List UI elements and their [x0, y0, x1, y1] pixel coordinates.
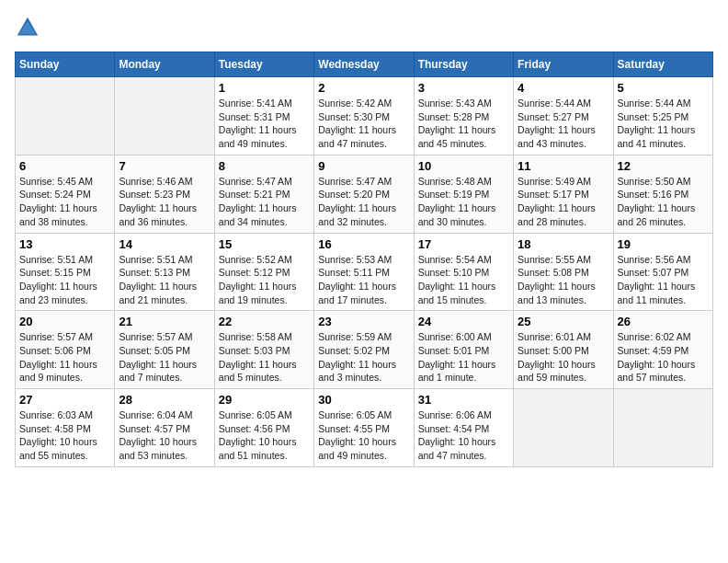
calendar-cell: 3Sunrise: 5:43 AM Sunset: 5:28 PM Daylig… [414, 77, 513, 155]
day-info: Sunrise: 5:49 AM Sunset: 5:17 PM Dayligh… [518, 175, 609, 229]
page-header [15, 15, 713, 40]
calendar-cell: 26Sunrise: 6:02 AM Sunset: 4:59 PM Dayli… [613, 311, 712, 389]
day-info: Sunrise: 6:06 AM Sunset: 4:54 PM Dayligh… [418, 408, 509, 463]
day-number: 31 [418, 393, 509, 407]
calendar-week-row: 6Sunrise: 5:45 AM Sunset: 5:24 PM Daylig… [16, 155, 713, 233]
day-number: 25 [518, 315, 609, 328]
day-number: 26 [618, 315, 709, 328]
calendar-week-row: 20Sunrise: 5:57 AM Sunset: 5:06 PM Dayli… [16, 311, 713, 389]
logo-icon [15, 15, 40, 40]
calendar-cell [613, 389, 712, 467]
day-info: Sunrise: 6:03 AM Sunset: 4:58 PM Dayligh… [19, 408, 110, 463]
day-number: 29 [219, 393, 310, 407]
day-info: Sunrise: 5:52 AM Sunset: 5:12 PM Dayligh… [219, 253, 310, 307]
day-info: Sunrise: 5:51 AM Sunset: 5:13 PM Dayligh… [119, 253, 210, 307]
calendar-cell: 16Sunrise: 5:53 AM Sunset: 5:11 PM Dayli… [314, 233, 414, 311]
day-info: Sunrise: 5:42 AM Sunset: 5:30 PM Dayligh… [318, 97, 409, 151]
day-number: 1 [219, 81, 310, 95]
day-number: 18 [518, 237, 609, 251]
day-info: Sunrise: 5:50 AM Sunset: 5:16 PM Dayligh… [618, 175, 709, 229]
day-info: Sunrise: 5:44 AM Sunset: 5:25 PM Dayligh… [618, 97, 709, 151]
day-number: 23 [318, 315, 409, 328]
day-info: Sunrise: 6:05 AM Sunset: 4:55 PM Dayligh… [318, 408, 409, 463]
calendar-cell: 23Sunrise: 5:59 AM Sunset: 5:02 PM Dayli… [314, 311, 414, 389]
day-number: 22 [219, 315, 310, 328]
day-info: Sunrise: 5:45 AM Sunset: 5:24 PM Dayligh… [19, 175, 110, 229]
day-info: Sunrise: 5:46 AM Sunset: 5:23 PM Dayligh… [119, 175, 210, 229]
calendar-cell: 31Sunrise: 6:06 AM Sunset: 4:54 PM Dayli… [414, 389, 513, 467]
weekday-header: Monday [115, 52, 214, 77]
calendar-cell: 12Sunrise: 5:50 AM Sunset: 5:16 PM Dayli… [613, 155, 712, 233]
calendar-cell: 5Sunrise: 5:44 AM Sunset: 5:25 PM Daylig… [613, 77, 712, 155]
calendar-cell: 29Sunrise: 6:05 AM Sunset: 4:56 PM Dayli… [214, 389, 313, 467]
calendar-cell: 6Sunrise: 5:45 AM Sunset: 5:24 PM Daylig… [16, 155, 115, 233]
day-info: Sunrise: 5:59 AM Sunset: 5:02 PM Dayligh… [318, 330, 409, 385]
calendar-cell: 19Sunrise: 5:56 AM Sunset: 5:07 PM Dayli… [613, 233, 712, 311]
day-info: Sunrise: 5:57 AM Sunset: 5:05 PM Dayligh… [119, 330, 210, 385]
day-info: Sunrise: 6:00 AM Sunset: 5:01 PM Dayligh… [418, 330, 509, 385]
calendar-cell [16, 77, 115, 155]
calendar-cell: 27Sunrise: 6:03 AM Sunset: 4:58 PM Dayli… [16, 389, 115, 467]
day-number: 15 [219, 237, 310, 251]
day-info: Sunrise: 5:48 AM Sunset: 5:19 PM Dayligh… [418, 175, 509, 229]
day-info: Sunrise: 5:58 AM Sunset: 5:03 PM Dayligh… [219, 330, 310, 385]
calendar-cell: 13Sunrise: 5:51 AM Sunset: 5:15 PM Dayli… [16, 233, 115, 311]
calendar-cell: 10Sunrise: 5:48 AM Sunset: 5:19 PM Dayli… [414, 155, 513, 233]
day-number: 28 [119, 393, 210, 407]
calendar-cell: 2Sunrise: 5:42 AM Sunset: 5:30 PM Daylig… [314, 77, 414, 155]
weekday-header-row: SundayMondayTuesdayWednesdayThursdayFrid… [16, 52, 713, 77]
calendar-table: SundayMondayTuesdayWednesdayThursdayFrid… [15, 52, 713, 467]
calendar-cell: 9Sunrise: 5:47 AM Sunset: 5:20 PM Daylig… [314, 155, 414, 233]
day-info: Sunrise: 5:47 AM Sunset: 5:20 PM Dayligh… [318, 175, 409, 229]
day-number: 3 [418, 81, 509, 95]
day-info: Sunrise: 5:51 AM Sunset: 5:15 PM Dayligh… [19, 253, 110, 307]
day-info: Sunrise: 5:56 AM Sunset: 5:07 PM Dayligh… [618, 253, 709, 307]
calendar-cell: 7Sunrise: 5:46 AM Sunset: 5:23 PM Daylig… [115, 155, 214, 233]
weekday-header: Friday [514, 52, 613, 77]
day-number: 2 [318, 81, 409, 95]
day-number: 16 [318, 237, 409, 251]
day-info: Sunrise: 6:04 AM Sunset: 4:57 PM Dayligh… [119, 408, 210, 463]
day-number: 27 [19, 393, 110, 407]
weekday-header: Wednesday [314, 52, 414, 77]
day-number: 14 [119, 237, 210, 251]
day-number: 17 [418, 237, 509, 251]
calendar-cell: 30Sunrise: 6:05 AM Sunset: 4:55 PM Dayli… [314, 389, 414, 467]
day-number: 13 [19, 237, 110, 251]
day-number: 24 [418, 315, 509, 328]
weekday-header: Tuesday [214, 52, 313, 77]
calendar-cell: 8Sunrise: 5:47 AM Sunset: 5:21 PM Daylig… [214, 155, 313, 233]
day-number: 30 [318, 393, 409, 407]
calendar-cell: 24Sunrise: 6:00 AM Sunset: 5:01 PM Dayli… [414, 311, 513, 389]
day-number: 6 [19, 159, 110, 173]
day-number: 12 [618, 159, 709, 173]
calendar-cell: 25Sunrise: 6:01 AM Sunset: 5:00 PM Dayli… [514, 311, 613, 389]
calendar-week-row: 13Sunrise: 5:51 AM Sunset: 5:15 PM Dayli… [16, 233, 713, 311]
day-info: Sunrise: 5:57 AM Sunset: 5:06 PM Dayligh… [19, 330, 110, 385]
day-info: Sunrise: 5:43 AM Sunset: 5:28 PM Dayligh… [418, 97, 509, 151]
day-number: 19 [618, 237, 709, 251]
calendar-week-row: 1Sunrise: 5:41 AM Sunset: 5:31 PM Daylig… [16, 77, 713, 155]
day-info: Sunrise: 5:44 AM Sunset: 5:27 PM Dayligh… [518, 97, 609, 151]
day-info: Sunrise: 5:41 AM Sunset: 5:31 PM Dayligh… [219, 97, 310, 151]
day-info: Sunrise: 5:53 AM Sunset: 5:11 PM Dayligh… [318, 253, 409, 307]
day-info: Sunrise: 5:55 AM Sunset: 5:08 PM Dayligh… [518, 253, 609, 307]
day-number: 21 [119, 315, 210, 328]
day-info: Sunrise: 5:47 AM Sunset: 5:21 PM Dayligh… [219, 175, 310, 229]
day-info: Sunrise: 6:01 AM Sunset: 5:00 PM Dayligh… [518, 330, 609, 385]
calendar-cell: 1Sunrise: 5:41 AM Sunset: 5:31 PM Daylig… [214, 77, 313, 155]
calendar-cell: 20Sunrise: 5:57 AM Sunset: 5:06 PM Dayli… [16, 311, 115, 389]
calendar-cell: 15Sunrise: 5:52 AM Sunset: 5:12 PM Dayli… [214, 233, 313, 311]
weekday-header: Sunday [16, 52, 115, 77]
calendar-cell: 17Sunrise: 5:54 AM Sunset: 5:10 PM Dayli… [414, 233, 513, 311]
calendar-cell: 14Sunrise: 5:51 AM Sunset: 5:13 PM Dayli… [115, 233, 214, 311]
day-info: Sunrise: 6:02 AM Sunset: 4:59 PM Dayligh… [618, 330, 709, 385]
day-info: Sunrise: 5:54 AM Sunset: 5:10 PM Dayligh… [418, 253, 509, 307]
day-number: 7 [119, 159, 210, 173]
weekday-header: Saturday [613, 52, 712, 77]
day-number: 20 [19, 315, 110, 328]
calendar-cell [514, 389, 613, 467]
calendar-cell: 18Sunrise: 5:55 AM Sunset: 5:08 PM Dayli… [514, 233, 613, 311]
day-number: 9 [318, 159, 409, 173]
calendar-cell: 4Sunrise: 5:44 AM Sunset: 5:27 PM Daylig… [514, 77, 613, 155]
